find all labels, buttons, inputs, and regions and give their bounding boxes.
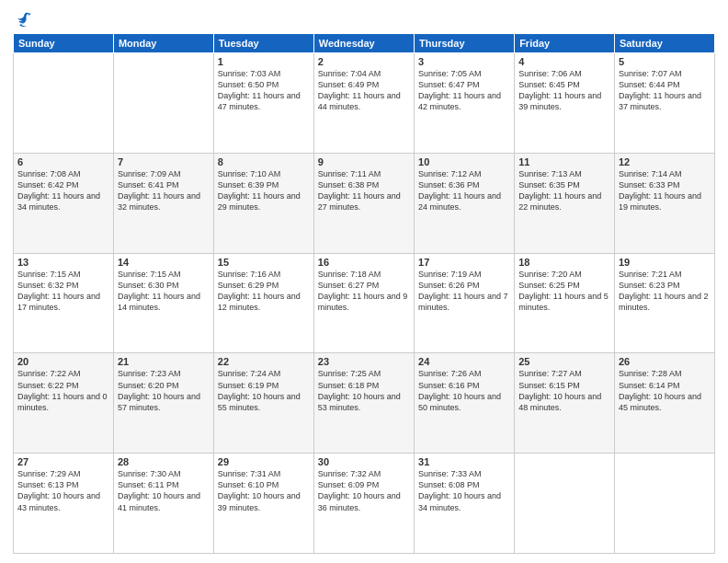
day-detail: Sunrise: 7:30 AMSunset: 6:11 PMDaylight:… — [118, 468, 210, 513]
day-detail: Sunrise: 7:28 AMSunset: 6:14 PMDaylight:… — [619, 368, 711, 413]
day-detail: Sunrise: 7:11 AMSunset: 6:38 PMDaylight:… — [318, 168, 410, 213]
day-number: 31 — [418, 456, 510, 467]
day-number: 1 — [218, 56, 310, 67]
logo — [13, 9, 33, 28]
calendar-cell: 22Sunrise: 7:24 AMSunset: 6:19 PMDayligh… — [213, 353, 313, 454]
day-detail: Sunrise: 7:31 AMSunset: 6:10 PMDaylight:… — [218, 468, 310, 513]
calendar-cell: 15Sunrise: 7:16 AMSunset: 6:29 PMDayligh… — [213, 253, 313, 353]
day-detail: Sunrise: 7:22 AMSunset: 6:22 PMDaylight:… — [17, 368, 109, 413]
day-detail: Sunrise: 7:33 AMSunset: 6:08 PMDaylight:… — [418, 468, 510, 513]
day-number: 10 — [418, 156, 510, 167]
logo-bird-icon — [15, 9, 33, 28]
calendar-cell: 1Sunrise: 7:03 AMSunset: 6:50 PMDaylight… — [213, 53, 313, 154]
calendar-cell: 12Sunrise: 7:14 AMSunset: 6:33 PMDayligh… — [614, 153, 714, 253]
day-detail: Sunrise: 7:09 AMSunset: 6:41 PMDaylight:… — [118, 168, 210, 213]
day-number: 15 — [218, 257, 310, 268]
day-detail: Sunrise: 7:15 AMSunset: 6:32 PMDaylight:… — [17, 269, 109, 314]
day-number: 30 — [318, 456, 410, 467]
day-detail: Sunrise: 7:03 AMSunset: 6:50 PMDaylight:… — [218, 68, 310, 113]
day-detail: Sunrise: 7:05 AMSunset: 6:47 PMDaylight:… — [418, 68, 510, 113]
calendar-cell: 21Sunrise: 7:23 AMSunset: 6:20 PMDayligh… — [113, 353, 213, 454]
day-detail: Sunrise: 7:07 AMSunset: 6:44 PMDaylight:… — [619, 68, 711, 113]
calendar-cell: 7Sunrise: 7:09 AMSunset: 6:41 PMDaylight… — [113, 153, 213, 253]
calendar-cell: 24Sunrise: 7:26 AMSunset: 6:16 PMDayligh… — [415, 353, 515, 454]
day-detail: Sunrise: 7:21 AMSunset: 6:23 PMDaylight:… — [619, 269, 711, 314]
calendar-cell: 31Sunrise: 7:33 AMSunset: 6:08 PMDayligh… — [415, 454, 515, 554]
day-detail: Sunrise: 7:15 AMSunset: 6:30 PMDaylight:… — [118, 269, 210, 314]
calendar-cell: 16Sunrise: 7:18 AMSunset: 6:27 PMDayligh… — [313, 253, 414, 353]
day-number: 21 — [118, 356, 210, 367]
calendar-header-saturday: Saturday — [614, 34, 714, 53]
calendar-cell: 2Sunrise: 7:04 AMSunset: 6:49 PMDaylight… — [313, 53, 414, 154]
day-number: 20 — [17, 356, 109, 367]
day-number: 11 — [518, 156, 610, 167]
day-detail: Sunrise: 7:23 AMSunset: 6:20 PMDaylight:… — [118, 368, 210, 413]
calendar-header-monday: Monday — [113, 34, 213, 53]
day-number: 6 — [17, 156, 109, 167]
calendar-cell: 19Sunrise: 7:21 AMSunset: 6:23 PMDayligh… — [614, 253, 714, 353]
calendar-cell: 10Sunrise: 7:12 AMSunset: 6:36 PMDayligh… — [415, 153, 515, 253]
day-detail: Sunrise: 7:29 AMSunset: 6:13 PMDaylight:… — [17, 468, 109, 513]
day-detail: Sunrise: 7:18 AMSunset: 6:27 PMDaylight:… — [318, 269, 410, 314]
day-detail: Sunrise: 7:06 AMSunset: 6:45 PMDaylight:… — [518, 68, 610, 113]
calendar-cell: 14Sunrise: 7:15 AMSunset: 6:30 PMDayligh… — [113, 253, 213, 353]
day-number: 9 — [318, 156, 410, 167]
day-number: 22 — [218, 356, 310, 367]
calendar-cell — [113, 53, 213, 154]
day-detail: Sunrise: 7:08 AMSunset: 6:42 PMDaylight:… — [17, 168, 109, 213]
day-number: 17 — [418, 257, 510, 268]
day-number: 13 — [17, 257, 109, 268]
calendar: SundayMondayTuesdayWednesdayThursdayFrid… — [13, 33, 715, 554]
day-detail: Sunrise: 7:16 AMSunset: 6:29 PMDaylight:… — [218, 269, 310, 314]
calendar-cell: 18Sunrise: 7:20 AMSunset: 6:25 PMDayligh… — [515, 253, 615, 353]
day-number: 5 — [619, 56, 711, 67]
day-number: 2 — [318, 56, 410, 67]
day-number: 19 — [619, 257, 711, 268]
calendar-header-thursday: Thursday — [415, 34, 515, 53]
calendar-header-tuesday: Tuesday — [213, 34, 313, 53]
day-number: 16 — [318, 257, 410, 268]
calendar-cell: 9Sunrise: 7:11 AMSunset: 6:38 PMDaylight… — [313, 153, 414, 253]
day-detail: Sunrise: 7:32 AMSunset: 6:09 PMDaylight:… — [318, 468, 410, 513]
calendar-cell: 8Sunrise: 7:10 AMSunset: 6:39 PMDaylight… — [213, 153, 313, 253]
calendar-cell: 26Sunrise: 7:28 AMSunset: 6:14 PMDayligh… — [614, 353, 714, 454]
day-detail: Sunrise: 7:10 AMSunset: 6:39 PMDaylight:… — [218, 168, 310, 213]
day-detail: Sunrise: 7:04 AMSunset: 6:49 PMDaylight:… — [318, 68, 410, 113]
day-detail: Sunrise: 7:24 AMSunset: 6:19 PMDaylight:… — [218, 368, 310, 413]
calendar-cell: 25Sunrise: 7:27 AMSunset: 6:15 PMDayligh… — [515, 353, 615, 454]
day-number: 28 — [118, 456, 210, 467]
day-number: 4 — [518, 56, 610, 67]
day-number: 27 — [17, 456, 109, 467]
page: SundayMondayTuesdayWednesdayThursdayFrid… — [0, 0, 728, 563]
calendar-cell: 23Sunrise: 7:25 AMSunset: 6:18 PMDayligh… — [313, 353, 414, 454]
day-number: 7 — [118, 156, 210, 167]
calendar-cell: 17Sunrise: 7:19 AMSunset: 6:26 PMDayligh… — [415, 253, 515, 353]
day-detail: Sunrise: 7:20 AMSunset: 6:25 PMDaylight:… — [518, 269, 610, 314]
day-detail: Sunrise: 7:26 AMSunset: 6:16 PMDaylight:… — [418, 368, 510, 413]
header — [13, 9, 715, 28]
day-number: 29 — [218, 456, 310, 467]
calendar-cell: 20Sunrise: 7:22 AMSunset: 6:22 PMDayligh… — [14, 353, 114, 454]
day-detail: Sunrise: 7:25 AMSunset: 6:18 PMDaylight:… — [318, 368, 410, 413]
calendar-cell: 30Sunrise: 7:32 AMSunset: 6:09 PMDayligh… — [313, 454, 414, 554]
day-number: 18 — [518, 257, 610, 268]
day-detail: Sunrise: 7:19 AMSunset: 6:26 PMDaylight:… — [418, 269, 510, 314]
day-detail: Sunrise: 7:27 AMSunset: 6:15 PMDaylight:… — [518, 368, 610, 413]
day-number: 14 — [118, 257, 210, 268]
calendar-cell: 5Sunrise: 7:07 AMSunset: 6:44 PMDaylight… — [614, 53, 714, 154]
calendar-cell: 3Sunrise: 7:05 AMSunset: 6:47 PMDaylight… — [415, 53, 515, 154]
day-number: 25 — [518, 356, 610, 367]
day-number: 12 — [619, 156, 711, 167]
day-detail: Sunrise: 7:12 AMSunset: 6:36 PMDaylight:… — [418, 168, 510, 213]
day-detail: Sunrise: 7:13 AMSunset: 6:35 PMDaylight:… — [518, 168, 610, 213]
day-number: 3 — [418, 56, 510, 67]
day-number: 24 — [418, 356, 510, 367]
calendar-cell: 13Sunrise: 7:15 AMSunset: 6:32 PMDayligh… — [14, 253, 114, 353]
day-number: 23 — [318, 356, 410, 367]
day-number: 8 — [218, 156, 310, 167]
calendar-cell — [614, 454, 714, 554]
day-number: 26 — [619, 356, 711, 367]
calendar-cell: 4Sunrise: 7:06 AMSunset: 6:45 PMDaylight… — [515, 53, 615, 154]
calendar-cell — [14, 53, 114, 154]
day-detail: Sunrise: 7:14 AMSunset: 6:33 PMDaylight:… — [619, 168, 711, 213]
